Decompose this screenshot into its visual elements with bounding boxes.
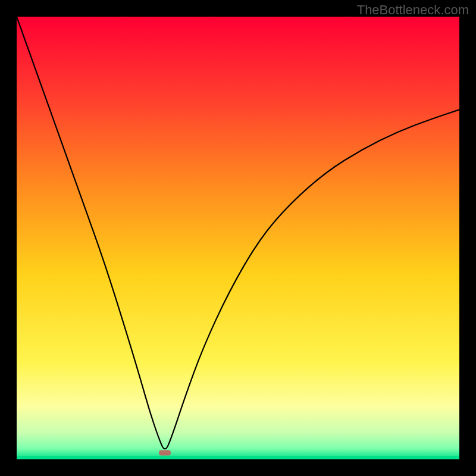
bottleneck-curve — [17, 17, 459, 459]
optimal-point-marker — [159, 450, 171, 455]
watermark-text: TheBottleneck.com — [357, 2, 469, 18]
plot-area — [17, 17, 459, 459]
